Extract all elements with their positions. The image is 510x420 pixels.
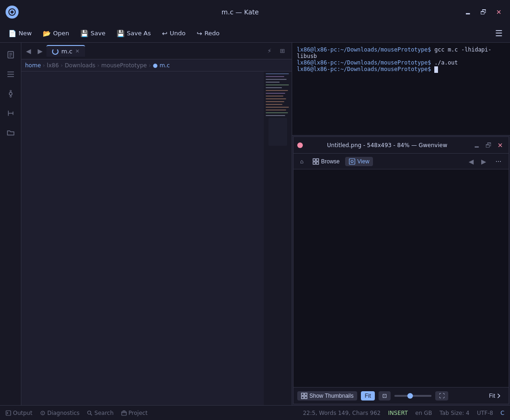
svg-rect-17 [266, 84, 289, 85]
save-icon: 💾 [80, 30, 88, 37]
svg-rect-36 [301, 393, 304, 395]
svg-line-45 [91, 414, 92, 415]
terminal-line1: lx86@lx86-pc:~/Downloads/mousePrototype$… [297, 46, 505, 59]
status-right: 22:5, Words 149, Chars 962 INSERT en GB … [303, 410, 504, 416]
output-label: Output [13, 410, 33, 416]
tab-mc[interactable]: m.c ✕ [46, 45, 85, 57]
maximize-button[interactable]: 🗗 [477, 7, 490, 17]
sidebar-item-list[interactable] [2, 66, 19, 83]
undo-icon: ↩ [162, 30, 168, 37]
redo-menu-item[interactable]: ↪ Redo [192, 28, 224, 39]
svg-rect-21 [266, 96, 283, 97]
right-panel: lx86@lx86-pc:~/Downloads/mousePrototype$… [292, 43, 510, 405]
hamburger-menu[interactable]: ☰ [491, 26, 506, 40]
line-numbers [21, 71, 41, 405]
output-status-item[interactable]: Output [6, 410, 33, 416]
tab-next-button[interactable]: ▶ [35, 46, 46, 56]
view-options-button[interactable]: ⊞ [277, 45, 288, 57]
svg-rect-33 [316, 162, 319, 164]
svg-rect-27 [266, 112, 288, 113]
zoom-slider[interactable] [394, 395, 432, 397]
fit-window-button[interactable]: ⊡ [379, 391, 391, 401]
svg-point-44 [88, 411, 91, 414]
window-title: m.c — Kate [22, 8, 458, 16]
editor-mode: INSERT [388, 410, 408, 416]
breadcrumb-mouseprototype[interactable]: mousePrototype [101, 62, 147, 69]
packet-content[interactable] [294, 169, 509, 387]
thumbnails-toggle-button[interactable]: Show Thumbnails [297, 391, 357, 401]
undo-menu-item[interactable]: ↩ Undo [157, 28, 190, 39]
code-content[interactable] [41, 71, 264, 405]
app-icon [6, 6, 19, 19]
encoding-label[interactable]: UTF-8 [477, 410, 493, 416]
project-icon [121, 410, 127, 416]
search-status-item[interactable]: Search [87, 410, 113, 416]
svg-rect-25 [266, 107, 289, 108]
open-label: Open [53, 30, 69, 37]
view-label: View [357, 158, 369, 165]
breadcrumb-downloads[interactable]: Downloads [65, 62, 95, 69]
svg-rect-29 [268, 118, 287, 146]
fit-button[interactable]: Fit [361, 391, 374, 401]
code-area[interactable] [21, 71, 292, 405]
tab-prev-button[interactable]: ◀ [23, 46, 34, 56]
save-menu-item[interactable]: 💾 Save [76, 28, 110, 39]
saveas-label: Save As [127, 30, 151, 37]
breadcrumb-file: ● [153, 62, 157, 69]
viewer-prev-button[interactable]: ◀ [466, 156, 477, 167]
svg-point-10 [10, 96, 11, 97]
sidebar-item-merge[interactable] [2, 105, 19, 122]
fullscreen-button[interactable]: ⛶ [435, 391, 448, 401]
sidebar-item-folder[interactable] [2, 124, 19, 141]
svg-rect-20 [266, 93, 285, 94]
viewer-close-button[interactable]: ✕ [496, 141, 505, 150]
filetype-label[interactable]: C [501, 410, 504, 416]
status-bar: Output Diagnostics Search Project 22:5, … [0, 405, 510, 420]
breadcrumb-filename[interactable]: m.c [160, 62, 170, 69]
svg-rect-15 [266, 79, 287, 80]
viewer-minimize-button[interactable]: 🗕 [471, 141, 482, 150]
sidebar-item-document[interactable] [2, 46, 19, 63]
svg-rect-46 [122, 412, 126, 415]
close-button[interactable]: ✕ [493, 7, 504, 17]
sidebar-item-git[interactable] [2, 85, 19, 102]
viewer-view-button[interactable]: View [345, 157, 373, 166]
viewer-overflow-button[interactable]: ⋯ [491, 158, 506, 165]
new-menu-item[interactable]: 📄 New [4, 28, 36, 39]
tab-close-button[interactable]: ✕ [75, 48, 79, 54]
svg-rect-13 [266, 73, 289, 74]
diagnostics-status-item[interactable]: Diagnostics [40, 410, 80, 416]
new-label: New [19, 30, 32, 37]
viewer-browse-button[interactable]: Browse [309, 157, 343, 166]
zoom-track[interactable] [394, 395, 432, 397]
terminal[interactable]: lx86@lx86-pc:~/Downloads/mousePrototype$… [292, 43, 510, 136]
breadcrumb-lx86[interactable]: lx86 [47, 62, 59, 69]
svg-rect-30 [313, 159, 315, 161]
breadcrumb: home › lx86 › Downloads › mousePrototype… [21, 59, 292, 71]
viewer-titlebar: Untitled.png - 548x493 - 84% — Gwenview … [294, 137, 509, 154]
saveas-menu-item[interactable]: 💾 Save As [112, 28, 156, 39]
svg-point-9 [10, 90, 11, 92]
viewer-maximize-button[interactable]: 🗗 [484, 141, 494, 150]
viewer-home-button[interactable]: ⌂ [296, 157, 307, 166]
svg-rect-22 [266, 98, 286, 99]
viewer-next-button[interactable]: ▶ [478, 156, 489, 167]
zoom-fit-button[interactable]: Fit [485, 391, 505, 401]
new-icon: 📄 [8, 30, 16, 37]
breadcrumb-home[interactable]: home [25, 62, 41, 69]
svg-rect-26 [266, 110, 286, 110]
open-menu-item[interactable]: 📂 Open [38, 28, 74, 39]
svg-rect-34 [349, 159, 355, 164]
viewer-bottombar: Show Thumbnails Fit ⊡ ⛶ Fit [294, 387, 509, 404]
zoom-thumb[interactable] [407, 393, 413, 399]
project-status-item[interactable]: Project [121, 410, 148, 416]
editor-panel: ◀ ▶ m.c ✕ ⚡ ⊞ home › lx86 › Downloads › … [21, 43, 292, 405]
svg-rect-32 [313, 162, 315, 164]
svg-point-35 [351, 160, 353, 162]
output-icon [6, 410, 11, 416]
split-view-button[interactable]: ⚡ [264, 45, 275, 57]
minimap [264, 71, 292, 405]
tab-size-label[interactable]: Tab Size: 4 [439, 410, 469, 416]
window-controls: 🗕 🗗 ✕ [462, 7, 504, 17]
minimize-button[interactable]: 🗕 [462, 7, 474, 17]
